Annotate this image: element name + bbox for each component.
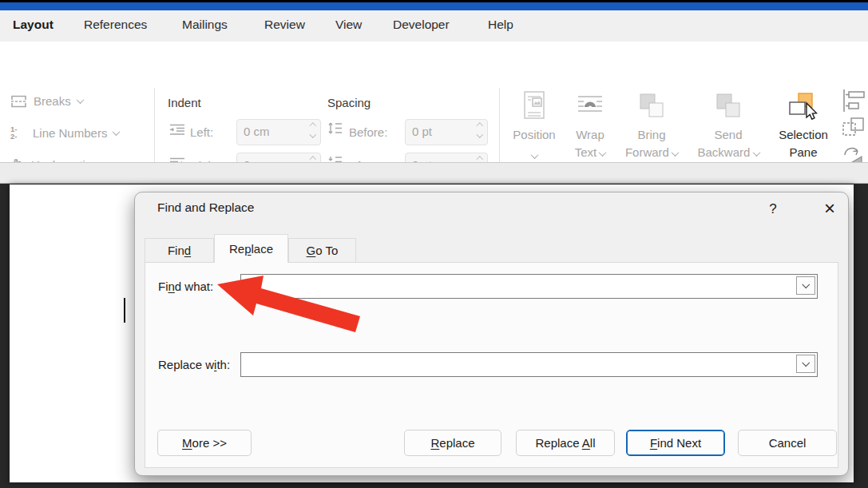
wrap-text-label-2: Text	[575, 145, 597, 159]
replace-button[interactable]: Replace	[404, 430, 501, 456]
tab-layout[interactable]: Layout	[13, 18, 54, 32]
position-button[interactable]: Position	[503, 88, 565, 164]
align-objects-button[interactable]	[842, 89, 866, 112]
group-objects-button[interactable]	[842, 117, 866, 139]
spinner-icon[interactable]	[478, 124, 482, 137]
find-next-button[interactable]: Find Next	[626, 430, 725, 456]
position-label: Position	[513, 126, 555, 144]
tab-replace[interactable]: Replace	[214, 234, 288, 263]
line-numbers-label: Line Numbers	[33, 126, 107, 140]
breaks-label: Breaks	[34, 94, 71, 108]
word-window: Layout References Mailings Review View D…	[0, 0, 868, 488]
chevron-down-icon	[530, 151, 538, 159]
field-value: 0 pt	[412, 125, 432, 138]
wrap-text-button[interactable]: Wrap Text	[565, 88, 615, 161]
tab-goto[interactable]: Go To	[288, 238, 356, 262]
tab-review[interactable]: Review	[264, 18, 305, 32]
bring-forward-button[interactable]: Bring Forward	[615, 88, 688, 161]
send-backward-button[interactable]: Send Backward	[688, 88, 768, 161]
replace-all-button[interactable]: Replace All	[516, 430, 615, 456]
breaks-icon	[10, 95, 27, 108]
tab-mailings[interactable]: Mailings	[182, 18, 228, 32]
tab-find[interactable]: Find	[145, 238, 214, 262]
find-what-input[interactable]: ^b	[240, 274, 818, 299]
cancel-button[interactable]: Cancel	[738, 430, 837, 456]
ribbon: Breaks 1- 2- Line Numbers a- bc Hyphenat…	[0, 42, 868, 162]
replace-with-input[interactable]	[240, 352, 818, 377]
indent-left-field[interactable]: 0 cm	[236, 119, 321, 145]
ruler-band	[0, 162, 868, 184]
title-bar-strip	[0, 2, 868, 10]
line-numbers-icon: 1- 2-	[10, 125, 26, 140]
selection-pane-icon	[787, 91, 819, 126]
chevron-down-icon	[752, 149, 760, 157]
indent-header: Indent	[168, 96, 201, 109]
indent-left-icon	[169, 124, 185, 136]
tab-developer[interactable]: Developer	[393, 18, 450, 32]
bring-forward-icon	[639, 91, 664, 126]
bring-forward-label-1: Bring	[637, 126, 665, 144]
position-icon	[524, 91, 545, 126]
line-numbers-button[interactable]: 1- 2- Line Numbers	[10, 125, 119, 140]
more-button[interactable]: More >>	[157, 430, 252, 456]
spacing-before-icon	[327, 121, 343, 135]
send-backward-icon	[715, 91, 741, 126]
spacing-before-field[interactable]: 0 pt	[405, 119, 488, 145]
tab-references[interactable]: References	[84, 18, 147, 32]
selection-pane-button[interactable]: Selection Pane	[768, 88, 838, 161]
bring-forward-label-2: Forward	[625, 145, 669, 159]
find-what-label: Find what:	[158, 280, 213, 293]
find-what-dropdown-button[interactable]	[796, 276, 815, 295]
spacing-header: Spacing	[327, 96, 371, 109]
close-icon[interactable]: ×	[817, 196, 842, 220]
wrap-text-label-1: Wrap	[576, 126, 604, 144]
chevron-down-icon	[599, 149, 607, 157]
field-value: 0 cm	[244, 125, 270, 138]
dialog-title: Find and Replace	[157, 200, 255, 215]
selection-pane-label-1: Selection	[779, 126, 828, 144]
spacing-before-label: Before:	[349, 125, 387, 139]
ribbon-tab-bar: Layout References Mailings Review View D…	[0, 10, 868, 42]
send-backward-label-1: Send	[714, 126, 742, 144]
find-replace-dialog: Find and Replace ? × Find Replace Go To …	[134, 192, 849, 476]
indent-left-label: Left:	[190, 125, 213, 139]
spinner-icon[interactable]	[311, 124, 315, 137]
wrap-text-icon	[577, 91, 603, 126]
chevron-down-icon	[672, 149, 680, 157]
breaks-button[interactable]: Breaks	[10, 94, 83, 108]
find-what-value: ^b	[247, 279, 259, 292]
tab-view[interactable]: View	[335, 18, 362, 32]
text-caret	[124, 298, 125, 323]
tab-help[interactable]: Help	[488, 18, 513, 32]
chevron-down-icon	[76, 96, 84, 104]
help-button[interactable]: ?	[763, 199, 783, 220]
replace-with-label: Replace with:	[158, 358, 230, 371]
chevron-down-icon	[113, 128, 121, 136]
send-backward-label-2: Backward	[697, 145, 750, 159]
selection-pane-label-2: Pane	[789, 144, 817, 161]
replace-with-dropdown-button[interactable]	[796, 355, 815, 373]
